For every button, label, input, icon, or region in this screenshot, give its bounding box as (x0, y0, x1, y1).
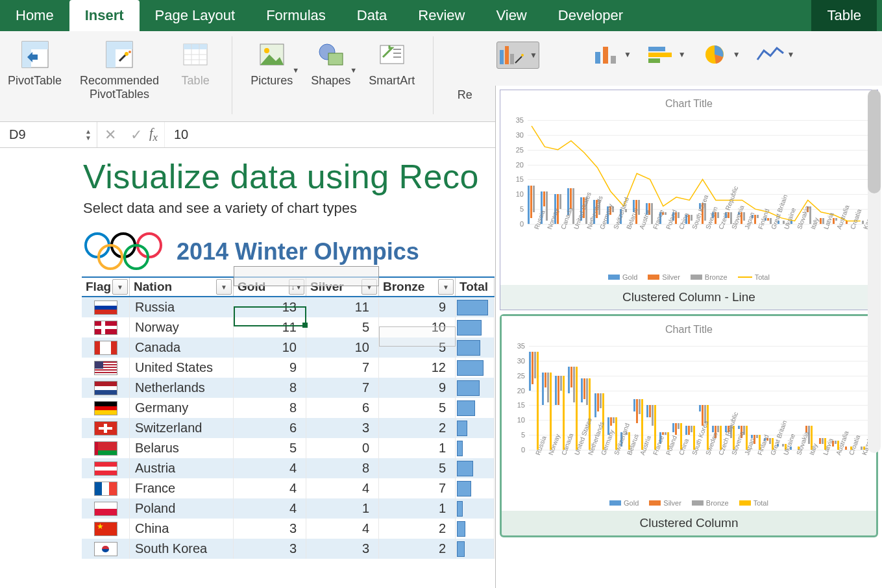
table-row[interactable]: United States9712 (82, 358, 495, 378)
col-header-flag[interactable]: Flag▼ (82, 278, 130, 296)
rec-chart-clustered-column-line[interactable]: Chart Title05101520253035RussiaNorwayCan… (500, 90, 878, 310)
table-row[interactable]: Austria485 (82, 458, 495, 478)
nation-cell: France (130, 478, 234, 498)
formula-value[interactable]: 10 (164, 122, 188, 147)
table-row[interactable]: Norway11510 (82, 317, 495, 337)
nation-cell: Austria (130, 458, 234, 478)
gold-cell: 4 (234, 498, 306, 519)
bar-chart-button[interactable]: ▼ (646, 42, 687, 67)
table-row[interactable]: China342 (82, 519, 495, 539)
pivottable-button[interactable]: PivotTable (8, 36, 62, 116)
svg-rect-26 (595, 52, 600, 64)
name-box-steppers[interactable]: ▲▼ (85, 129, 92, 141)
smartart-icon (374, 36, 410, 73)
flag-cell (82, 458, 130, 478)
nation-cell: China (130, 519, 234, 539)
chart-x-axis: RussiaNorwayCanadaUnited StatesNetherlan… (528, 225, 870, 263)
tab-developer[interactable]: Developer (543, 0, 639, 31)
col-header-gold[interactable]: Gold▼ (234, 278, 306, 296)
table-row[interactable]: Germany865 (82, 398, 495, 418)
column-chart-button[interactable]: ▼ (591, 42, 633, 67)
tab-view[interactable]: View (480, 0, 542, 31)
flag-icon (94, 361, 117, 375)
pivottable-icon (17, 36, 53, 73)
svg-point-7 (129, 51, 131, 53)
col-header-nation[interactable]: Nation▼ (130, 278, 234, 296)
recommended-charts-button[interactable]: Re (452, 36, 478, 116)
table-row[interactable]: France447 (82, 478, 495, 498)
nation-cell: Canada (130, 337, 234, 358)
data-table: Flag▼ Nation▼ Gold▼ Silver▼ Bronze▼ Tota… (82, 276, 495, 559)
recommended-pivottables-button[interactable]: Recommended PivotTables (80, 36, 159, 116)
table-row[interactable]: Russia13119 (82, 297, 495, 317)
table-row[interactable]: Belarus501 (82, 438, 495, 458)
filter-sort-button[interactable]: ▼ (289, 279, 304, 295)
line-chart-button[interactable]: ▼ (755, 42, 796, 67)
bronze-cell: 1 (379, 498, 456, 519)
total-databar-cell (456, 438, 495, 458)
gold-cell: 3 (234, 539, 306, 559)
cancel-formula-button[interactable]: ✕ (97, 127, 123, 143)
accept-formula-button[interactable]: ✓ (123, 127, 149, 143)
table-label: Table (182, 74, 210, 88)
recommended-pivottables-label: Recommended PivotTables (80, 74, 159, 101)
rec-chart-clustered-column[interactable]: Chart Title05101520253035RussiaNorwayCan… (500, 314, 878, 537)
pie-chart-button[interactable]: ▼ (700, 42, 742, 67)
svg-point-15 (264, 48, 269, 53)
silver-cell: 3 (306, 418, 379, 438)
gold-cell: 6 (234, 418, 306, 438)
flag-icon (94, 461, 117, 476)
chart-type-buttons: ▼ ▼ ▼ ▼ ▼ (496, 38, 796, 69)
table-row[interactable]: Canada10105 (82, 337, 495, 358)
bronze-cell: 1 (379, 438, 456, 458)
silver-cell: 7 (306, 358, 379, 378)
svg-point-25 (521, 54, 524, 56)
filter-button[interactable]: ▼ (361, 279, 377, 295)
total-databar-cell (456, 539, 495, 559)
table-row[interactable]: Poland411 (82, 498, 495, 519)
filter-button[interactable]: ▼ (216, 279, 232, 295)
chart-title: Chart Title (502, 324, 876, 336)
total-databar-cell (456, 297, 495, 317)
recommended-charts-label-cut: Re (458, 88, 472, 102)
silver-cell: 11 (306, 297, 379, 317)
smartart-label: SmartArt (369, 74, 415, 88)
col-header-total[interactable]: Total (456, 278, 495, 296)
tab-table[interactable]: Table (811, 0, 877, 31)
rec-chart-caption: Clustered Column (502, 511, 876, 535)
total-databar-cell (456, 337, 495, 358)
flag-icon (94, 300, 117, 315)
bronze-cell: 12 (379, 358, 456, 378)
bronze-cell: 2 (379, 418, 456, 438)
col-header-bronze[interactable]: Bronze▼ (379, 278, 456, 296)
flag-cell (82, 358, 130, 378)
name-box[interactable]: D9 ▲▼ (0, 122, 97, 147)
smartart-button[interactable]: SmartArt (369, 36, 415, 116)
tab-formulas[interactable]: Formulas (251, 0, 341, 31)
table-row[interactable]: Switzerland632 (82, 418, 495, 438)
tab-page-layout[interactable]: Page Layout (140, 0, 251, 31)
tab-insert[interactable]: Insert (69, 0, 140, 31)
scrollbar-thumb[interactable] (868, 90, 881, 193)
shapes-icon (313, 36, 349, 73)
tab-data[interactable]: Data (341, 0, 402, 31)
bronze-cell: 5 (379, 458, 456, 478)
col-header-silver[interactable]: Silver▼ (306, 278, 379, 296)
total-databar-cell (456, 358, 495, 378)
pictures-button[interactable]: Pictures ▼ (251, 36, 293, 116)
flag-icon (94, 421, 117, 435)
fx-icon[interactable]: fx (149, 126, 158, 144)
shapes-button[interactable]: Shapes ▼ (311, 36, 350, 116)
tab-home[interactable]: Home (0, 0, 69, 31)
flag-icon (94, 482, 117, 496)
filter-button[interactable]: ▼ (438, 279, 454, 295)
bronze-cell: 5 (379, 337, 456, 358)
table-row[interactable]: South Korea332 (82, 539, 495, 559)
table-row[interactable]: Netherlands879 (82, 378, 495, 398)
tab-review[interactable]: Review (402, 0, 480, 31)
flag-icon (94, 341, 117, 355)
recommended-chart-toggle[interactable]: ▼ (496, 42, 539, 69)
silver-cell: 7 (306, 378, 379, 398)
table-button[interactable]: Table (177, 36, 214, 116)
filter-button[interactable]: ▼ (112, 279, 128, 295)
